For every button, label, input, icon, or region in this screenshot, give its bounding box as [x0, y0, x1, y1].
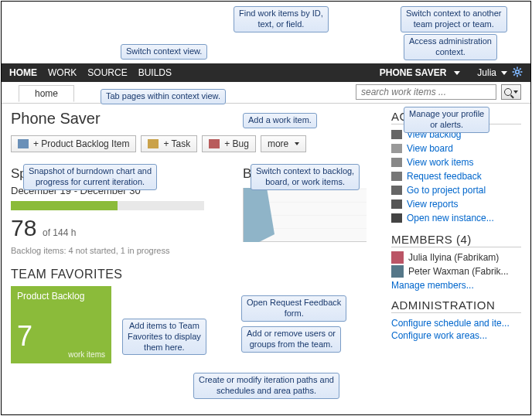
project-switcher[interactable]: PHONE SAVER [380, 67, 446, 78]
svg-marker-9 [244, 188, 275, 242]
activity-project-portal[interactable]: Go to project portal [391, 183, 521, 197]
top-nav: HOME WORK SOURCE BUILDS PHONE SAVER Juli… [2, 63, 530, 82]
sprint-progress-done [11, 201, 118, 210]
callout-burndown-snapshot: Snapshot of burndown chart and progress … [23, 164, 157, 190]
search-icon [504, 88, 512, 96]
portal-icon [391, 186, 402, 195]
chevron-down-icon [513, 90, 518, 94]
search-input-wrapper [356, 84, 496, 100]
add-backlog-item-button[interactable]: + Product Backlog Item [11, 135, 136, 152]
sprint-hours: 78 [11, 215, 36, 241]
avatar-icon [391, 265, 404, 278]
avatar-icon [391, 251, 404, 264]
bug-icon [209, 139, 220, 148]
activity-view-board[interactable]: View board [391, 142, 521, 155]
backlog-icon [18, 139, 29, 148]
items-icon [391, 158, 402, 167]
favorite-tile-title: Product Backlog [17, 291, 105, 302]
burndown-area-icon [244, 188, 367, 242]
tab-home[interactable]: home [19, 85, 74, 102]
nav-work[interactable]: WORK [48, 67, 77, 78]
member-row: Julia Ilyina (Fabrikam) [391, 251, 521, 264]
svg-line-6 [520, 73, 521, 75]
member-row: Peter Waxman (Fabrik... [391, 264, 521, 278]
callout-tab-pages: Tab pages within context view. [101, 89, 226, 104]
search-button[interactable] [501, 84, 521, 100]
nav-builds[interactable]: BUILDS [138, 67, 172, 78]
search-input[interactable] [356, 85, 496, 99]
callout-iteration-paths: Create or modify iteration paths and sch… [193, 373, 339, 399]
favorite-tile-sub: work items [68, 350, 105, 359]
favorite-tile-count: 7 [17, 320, 32, 353]
activity-view-reports[interactable]: View reports [391, 197, 521, 211]
callout-admin-context: Access administration context. [404, 34, 497, 60]
add-bug-button[interactable]: + Bug [202, 135, 256, 152]
team-favorites-heading: TEAM FAVORITES [11, 268, 227, 281]
svg-point-0 [516, 70, 520, 73]
favorite-tile[interactable]: Product Backlog 7 work items [11, 286, 111, 363]
callout-switch-backlog: Switch context to backlog, board, or wor… [251, 164, 360, 190]
burndown-chart [243, 188, 367, 242]
members-heading: MEMBERS (4) [391, 233, 521, 247]
callout-context-view: Switch context view. [121, 44, 207, 60]
more-button[interactable]: more [261, 135, 306, 152]
administration-heading: ADMINISTRATION [391, 298, 521, 313]
callout-manage-profile: Manage your profile or alerts. [404, 107, 489, 133]
callout-switch-team: Switch context to another team project o… [401, 6, 507, 32]
callout-add-work-item: Add a work item. [243, 113, 317, 128]
chevron-down-icon[interactable] [454, 71, 460, 75]
chevron-down-icon[interactable] [501, 71, 507, 75]
svg-line-7 [513, 73, 515, 75]
sprint-hours-total: of 144 h [43, 227, 76, 238]
configure-work-areas-link[interactable]: Configure work areas... [391, 329, 521, 341]
callout-team-favorites: Add items to Team Favorites to display t… [122, 319, 206, 355]
tab-row: home [2, 82, 530, 104]
svg-line-8 [520, 68, 521, 70]
window-icon [391, 213, 402, 223]
activity-request-feedback[interactable]: Request feedback [391, 169, 521, 183]
task-icon [148, 139, 159, 148]
callout-add-remove-users: Add or remove users or groups from the t… [241, 326, 341, 353]
reports-icon [391, 199, 402, 209]
svg-line-5 [513, 68, 515, 70]
list-icon [391, 130, 402, 139]
feedback-icon [391, 172, 402, 181]
nav-home[interactable]: HOME [9, 67, 37, 78]
gear-icon[interactable] [512, 66, 523, 80]
manage-members-link[interactable]: Manage members... [391, 278, 521, 291]
configure-schedule-link[interactable]: Configure schedule and ite... [391, 316, 521, 329]
callout-request-feedback: Open Request Feedback form. [241, 295, 346, 322]
backlog-status: Backlog items: 4 not started, 1 in progr… [11, 246, 227, 255]
callout-find-work-items: Find work items by ID, text, or field. [234, 6, 329, 32]
board-icon [391, 144, 402, 153]
sprint-progress-bar [11, 201, 204, 210]
chevron-down-icon [295, 142, 299, 145]
activity-open-new-instance[interactable]: Open new instance... [391, 211, 521, 225]
add-task-button[interactable]: + Task [141, 135, 197, 152]
nav-source[interactable]: SOURCE [87, 67, 127, 78]
user-menu[interactable]: Julia [477, 67, 496, 78]
activity-view-work-items[interactable]: View work items [391, 155, 521, 169]
